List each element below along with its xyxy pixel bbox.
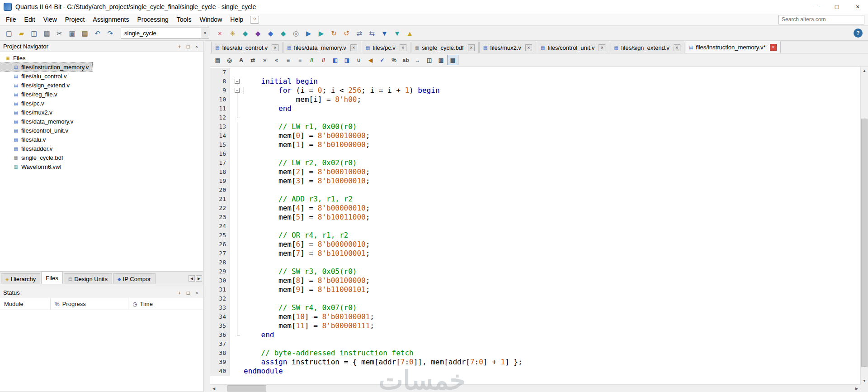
line-number[interactable]: 28 — [210, 258, 230, 267]
timequest-icon[interactable]: ◆ — [277, 27, 289, 39]
panel-tab-hierarchy[interactable]: ◈Hierarchy — [1, 273, 40, 284]
menu-window[interactable]: Window — [195, 14, 226, 25]
tab-close-icon[interactable]: × — [400, 44, 406, 51]
status-close-icon[interactable]: × — [193, 290, 200, 296]
assembler-icon[interactable]: ◆ — [264, 27, 277, 39]
file-item[interactable]: ▤files/instruction_memory.v — [0, 62, 92, 72]
ip-catalog-icon[interactable]: ▲ — [404, 27, 416, 39]
code-text[interactable]: mem[6] = 8'b00000010; — [244, 240, 370, 249]
tabs-scroll-left-icon[interactable]: ◀ — [189, 275, 195, 282]
horizontal-scrollbar-thumb[interactable] — [227, 385, 266, 392]
line-number[interactable]: 38 — [210, 349, 230, 358]
fold-collapse-icon[interactable]: − — [230, 86, 244, 95]
file-item[interactable]: ▤files/sign_extend.v — [0, 81, 73, 90]
redo-icon[interactable]: ↷ — [104, 27, 116, 39]
fitter-icon[interactable]: ◆ — [252, 27, 264, 39]
horizontal-scroll-track[interactable] — [217, 385, 853, 392]
line-number[interactable]: 37 — [210, 339, 230, 349]
vertical-scroll-track[interactable] — [861, 74, 868, 377]
line-number[interactable]: 22 — [210, 204, 230, 213]
file-item[interactable]: ▤files/alu_control.v — [0, 72, 70, 81]
scroll-up-icon[interactable]: ▲ — [861, 67, 868, 74]
tab-close-icon[interactable]: × — [525, 44, 532, 51]
assignment-editor-icon[interactable]: ✳ — [226, 27, 239, 39]
rapid-recompile-icon[interactable]: ↻ — [328, 27, 340, 39]
editor-tab[interactable]: ▤files/mux2.v× — [479, 42, 536, 53]
new-file-icon[interactable]: ▢ — [3, 27, 15, 39]
start-analysis-icon[interactable]: ▶ — [315, 27, 327, 39]
documentation-icon[interactable]: ▥ — [435, 55, 447, 65]
code-text[interactable]: mem[2] = 8'b00010000; — [244, 167, 370, 177]
line-number[interactable]: 16 — [210, 149, 230, 158]
minimize-button[interactable]: ─ — [806, 0, 826, 14]
navigator-float-icon[interactable]: □ — [185, 43, 191, 50]
vertical-scrollbar-thumb[interactable] — [861, 119, 868, 367]
paste-icon[interactable]: ▤ — [79, 27, 91, 39]
horizontal-scrollbar[interactable]: ◀ ▶ — [210, 384, 860, 392]
menu-project[interactable]: Project — [61, 14, 89, 25]
attach-icon[interactable]: ∪ — [353, 55, 364, 65]
line-number[interactable]: 7 — [210, 68, 230, 77]
menu-edit[interactable]: Edit — [20, 14, 39, 25]
split-window-icon[interactable]: ◫ — [424, 55, 435, 65]
scroll-left-icon[interactable]: ◀ — [210, 385, 217, 392]
undo-icon[interactable]: ↶ — [91, 27, 104, 39]
line-number[interactable]: 15 — [210, 140, 230, 149]
file-item[interactable]: ▤files/mux2.v — [0, 108, 56, 117]
add-bookmark-icon[interactable]: ◧ — [330, 55, 341, 65]
line-number[interactable]: 40 — [210, 367, 230, 376]
project-selector[interactable]: single_cycle ▾ — [121, 28, 209, 38]
panel-tab-ip-compor[interactable]: ◆IP Compor — [113, 273, 156, 284]
line-number[interactable]: 24 — [210, 222, 230, 231]
line-number[interactable]: 21 — [210, 195, 230, 204]
status-float-icon[interactable]: □ — [185, 290, 191, 296]
line-number[interactable]: 26 — [210, 240, 230, 249]
powerplay-analyzer-icon[interactable]: ↺ — [340, 27, 353, 39]
menu-help[interactable]: Help — [226, 14, 247, 25]
tab-close-icon[interactable]: × — [770, 44, 777, 51]
line-number[interactable]: 36 — [210, 330, 230, 339]
code-text[interactable]: mem[7] = 8'b10100001; — [244, 249, 370, 258]
syntax-check-icon[interactable]: ✓ — [377, 55, 388, 65]
code-text[interactable]: mem[i] = 8'h00; — [244, 95, 361, 104]
code-text[interactable]: end — [244, 104, 292, 113]
tab-close-icon[interactable]: × — [674, 44, 680, 51]
tab-close-icon[interactable]: × — [599, 44, 605, 51]
fold-collapse-icon[interactable]: − — [230, 77, 244, 86]
code-text[interactable]: // ADD r3, r1, r2 — [244, 195, 353, 204]
line-number[interactable]: 14 — [210, 131, 230, 140]
megaphone-icon[interactable]: ◀ — [365, 55, 376, 65]
status-pin-icon[interactable]: + — [176, 290, 183, 296]
find-icon[interactable]: ◎ — [224, 55, 235, 65]
scroll-right-icon[interactable]: ▶ — [853, 385, 860, 392]
panel-tab-files[interactable]: Files — [41, 272, 62, 284]
editor-tab[interactable]: ▤files/alu_control.v× — [211, 42, 283, 53]
start-compilation-icon[interactable]: ▶ — [302, 27, 315, 39]
print-icon[interactable]: ▤ — [41, 27, 53, 39]
scroll-down-icon[interactable]: ▼ — [861, 377, 868, 384]
line-number[interactable]: 10 — [210, 95, 230, 104]
comment-icon[interactable]: // — [306, 55, 317, 65]
code-text[interactable]: // byte-addressed instruction fetch — [244, 349, 414, 358]
close-button[interactable]: × — [847, 0, 868, 14]
file-item[interactable]: ▤files/alu.v — [0, 135, 49, 144]
file-item[interactable]: ▦single_cycle.bdf — [0, 153, 67, 162]
editor-tab[interactable]: ▤files/control_unit.v× — [537, 42, 610, 53]
align-left-icon[interactable]: ≡ — [283, 55, 294, 65]
uncomment-icon[interactable]: // — [318, 55, 329, 65]
editor-tab[interactable]: ▤files/instruction_memory.v*× — [685, 41, 781, 53]
next-bookmark-icon[interactable]: ◨ — [341, 55, 353, 65]
indent-decrease-icon[interactable]: « — [271, 55, 282, 65]
incremental-find-icon[interactable]: A — [236, 55, 247, 65]
code-text[interactable]: mem[10] = 8'b00100001; — [244, 312, 374, 321]
indent-increase-icon[interactable]: » — [259, 55, 270, 65]
line-number[interactable]: 17 — [210, 158, 230, 167]
line-number[interactable]: 13 — [210, 122, 230, 131]
code-text[interactable]: // LW r1, 0x00(r0) — [244, 122, 357, 131]
line-number[interactable]: 23 — [210, 213, 230, 222]
technology-map-viewer-icon[interactable]: ⇆ — [366, 27, 378, 39]
navigator-pin-icon[interactable]: + — [176, 43, 183, 50]
file-item[interactable]: ▥Waveform6.vwf — [0, 162, 65, 171]
word-wrap-icon[interactable]: ab — [400, 55, 411, 65]
code-text[interactable]: // LW r2, 0x02(r0) — [244, 158, 357, 167]
